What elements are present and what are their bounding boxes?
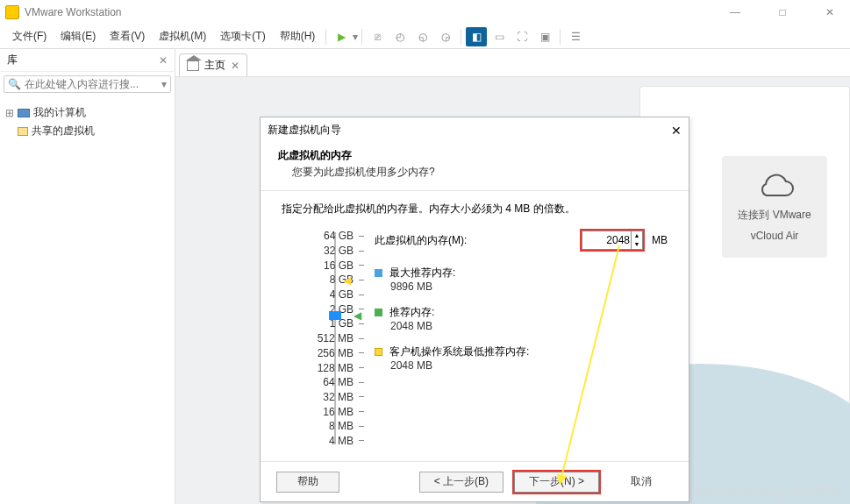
close-window-button[interactable]: ✕ [815,6,845,18]
slider-tick: 64 GB [282,229,364,244]
rec-min-label: 客户机操作系统最低推荐内存: [389,344,529,359]
tree-item-shared-vms[interactable]: 共享的虚拟机 [5,122,169,140]
vcloud-tile[interactable]: 连接到 VMware vCloud Air [722,156,827,258]
menu-file[interactable]: 文件(F) [5,29,54,44]
vcloud-line1: 连接到 VMware [738,208,811,223]
tick-label: 32 GB [308,245,354,257]
menu-view[interactable]: 查看(V) [103,29,152,44]
slider-tick: 2 GB [282,302,364,316]
tab-close-icon[interactable]: ✕ [231,60,239,72]
help-button-label: 帮助 [297,474,318,489]
rec-max-label: 最大推荐内存: [389,266,455,280]
tab-home[interactable]: 主页 ✕ [179,53,247,76]
tool-library-icon[interactable]: ☰ [565,27,586,46]
back-button[interactable]: < 上一步(B) [419,472,504,493]
square-blue-icon [375,269,382,277]
search-icon: 🔍 [8,78,21,90]
tick-mark [359,411,364,412]
tick-mark [359,396,364,397]
view-fullscreen-icon[interactable]: ⛶ [511,27,532,46]
tool-revert-icon[interactable]: ◵ [412,27,433,46]
slider-tick: 32 MB [282,390,364,405]
tick-mark [359,440,364,441]
app-logo-icon [5,5,19,19]
tick-mark [359,236,364,237]
menu-vm[interactable]: 虚拟机(M) [152,29,213,44]
rec-label: 推荐内存: [389,305,434,320]
tick-mark [359,323,364,324]
search-dropdown-icon[interactable]: ▾ [161,78,167,90]
tick-label: 128 MB [308,362,354,374]
wizard-titlebar: 新建虚拟机向导 ✕ [261,117,689,143]
tick-label: 16 GB [308,259,354,272]
tick-label: 32 MB [308,391,354,403]
computer-icon [18,109,30,117]
home-icon [187,60,199,71]
spin-down-icon[interactable]: ▼ [631,240,642,249]
wizard-body: 指定分配给此虚拟机的内存量。内存大小必须为 4 MB 的倍数。 64 GB32 … [261,191,689,461]
slider-tick: 128 MB [282,360,364,375]
tick-mark [359,338,364,339]
tick-mark [359,382,364,383]
view-sidebar-icon[interactable]: ◧ [466,27,487,46]
tree-item-my-computer[interactable]: ⊞ 我的计算机 [5,103,169,122]
sidebar-close-icon[interactable]: ✕ [159,54,168,67]
wizard-heading: 此虚拟机的内存 [278,146,671,165]
tick-mark [359,352,364,353]
separator [461,29,461,45]
maximize-button[interactable]: □ [768,6,797,18]
back-button-label: < 上一步(B) [434,474,489,489]
expand-icon[interactable]: ⊞ [5,107,14,119]
tool-snapshot-icon[interactable]: ◴ [389,27,411,46]
slider-tick: 4 GB [282,287,364,302]
menu-tabs[interactable]: 选项卡(T) [213,29,272,44]
library-tree: ⊞ 我的计算机 共享的虚拟机 [0,96,175,147]
spin-up-icon[interactable]: ▲ [631,231,642,240]
tool-manage-icon[interactable]: ◶ [435,27,456,46]
titlebar: VMware Workstation — □ ✕ [0,0,850,25]
cancel-button[interactable]: 取消 [610,472,673,493]
memory-unit: MB [652,234,668,246]
slider-tick: 1 GB [282,316,364,331]
sidebar-title: 库 [7,53,18,67]
search-input[interactable] [25,78,161,90]
wizard-footer: 帮助 < 上一步(B) 下一步(N) > 取消 [261,461,689,501]
memory-input[interactable]: 2048 ▲▼ [582,231,643,250]
slider-thumb-icon[interactable] [329,311,341,320]
slider-tick: 256 MB [282,346,364,361]
tick-mark [359,251,364,252]
menu-help[interactable]: 帮助(H) [273,29,323,44]
slider-tick: 512 MB [282,331,364,346]
slider-tick: 8 MB [282,419,364,434]
wizard-title: 新建虚拟机向导 [268,123,341,138]
tree-label: 我的计算机 [33,105,86,120]
play-button-icon[interactable]: ▶ [331,27,352,46]
memory-slider[interactable]: 64 GB32 GB16 GB8 GB4 GB2 GB1 GB512 MB256… [282,229,364,448]
memory-input-highlight: 2048 ▲▼ [580,229,645,252]
tab-label: 主页 [204,58,225,73]
menu-edit[interactable]: 编辑(E) [54,29,103,44]
tool-screen-icon[interactable]: ⎚ [367,27,388,46]
view-thumbnail-icon[interactable]: ▭ [489,27,510,46]
square-green-icon [375,309,382,316]
view-unity-icon[interactable]: ▣ [534,27,555,46]
vcloud-line2: vCloud Air [751,230,799,242]
tick-mark [359,265,364,266]
tick-label: 8 MB [308,420,354,432]
play-dropdown-icon[interactable]: ▾ [353,31,358,43]
slider-tick: 64 MB [282,375,364,390]
slider-tick: 16 MB [282,404,364,419]
menubar: 文件(F) 编辑(E) 查看(V) 虚拟机(M) 选项卡(T) 帮助(H) ▶ … [0,25,850,49]
minimize-button[interactable]: — [720,6,750,18]
window-controls: — □ ✕ [720,6,845,18]
separator [325,29,326,45]
rec-marker-icon: ◀ [354,309,361,322]
wizard-close-icon[interactable]: ✕ [671,124,682,138]
search-input-wrap[interactable]: 🔍 ▾ [4,75,171,93]
window-title: VMware Workstation [25,6,121,18]
separator [361,29,362,45]
shared-icon [18,127,28,136]
memory-spinner[interactable]: ▲▼ [631,231,642,249]
help-button[interactable]: 帮助 [276,472,339,493]
tick-label: 16 MB [308,406,354,418]
